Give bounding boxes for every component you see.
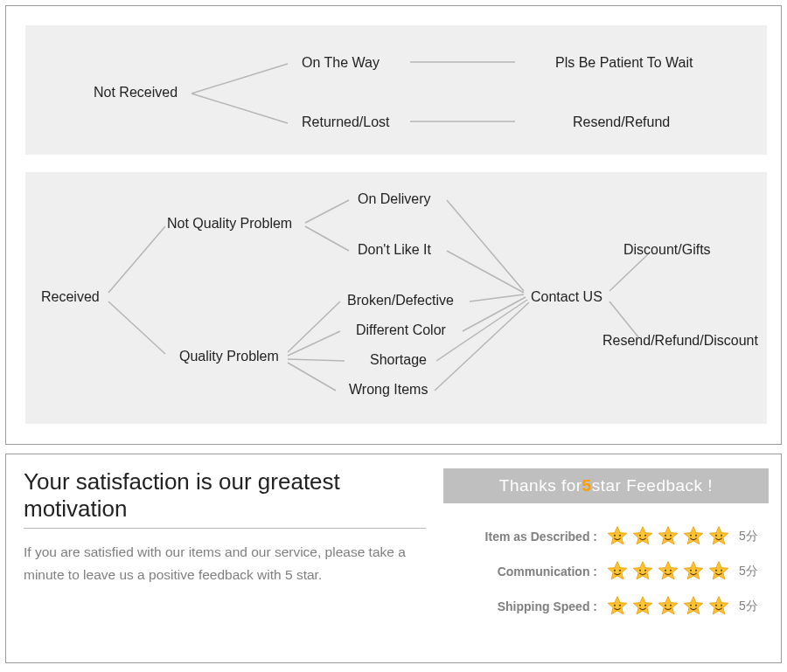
svg-point-25 bbox=[670, 535, 672, 537]
svg-line-0 bbox=[192, 64, 288, 94]
node-diff-color: Different Color bbox=[356, 322, 446, 338]
svg-point-40 bbox=[614, 605, 616, 606]
star-icon bbox=[606, 525, 629, 548]
node-on-delivery: On Delivery bbox=[358, 191, 431, 207]
feedback-right: Thanks for 5 star Feedback ! Item as Des… bbox=[443, 468, 769, 624]
svg-point-39 bbox=[721, 570, 722, 572]
star-icon bbox=[606, 560, 629, 583]
svg-line-14 bbox=[470, 294, 524, 301]
node-resend-refund: Resend/Refund bbox=[573, 114, 670, 130]
svg-line-17 bbox=[435, 302, 529, 391]
svg-line-5 bbox=[108, 301, 165, 354]
svg-line-6 bbox=[305, 200, 349, 223]
svg-point-37 bbox=[695, 570, 697, 572]
thanks-five: 5 bbox=[582, 476, 592, 495]
svg-point-34 bbox=[665, 570, 666, 572]
svg-line-18 bbox=[609, 254, 648, 291]
stars-communication bbox=[606, 560, 730, 583]
rating-score: 5分 bbox=[739, 599, 769, 614]
thanks-pre: Thanks for bbox=[499, 476, 582, 495]
star-icon bbox=[682, 525, 705, 548]
svg-point-32 bbox=[639, 570, 641, 572]
svg-point-43 bbox=[644, 605, 646, 606]
rating-label: Communication : bbox=[466, 565, 597, 578]
node-resend-refund-dc: Resend/Refund/Discount bbox=[602, 333, 758, 349]
svg-line-9 bbox=[288, 331, 340, 356]
svg-point-26 bbox=[690, 535, 692, 537]
svg-point-22 bbox=[639, 535, 641, 537]
svg-line-8 bbox=[288, 301, 340, 352]
node-not-quality: Not Quality Problem bbox=[167, 216, 292, 232]
svg-point-44 bbox=[665, 605, 666, 606]
rating-row-shipping: Shipping Speed : 5分 bbox=[443, 589, 769, 624]
star-icon bbox=[682, 595, 705, 618]
svg-point-20 bbox=[614, 535, 616, 537]
flow-received-box: Received Not Quality Problem Quality Pro… bbox=[25, 172, 767, 424]
stars-described bbox=[606, 525, 730, 548]
svg-point-36 bbox=[690, 570, 692, 572]
node-received: Received bbox=[41, 289, 100, 305]
svg-point-28 bbox=[715, 535, 717, 537]
node-shortage: Shortage bbox=[370, 352, 427, 368]
node-on-the-way: On The Way bbox=[302, 55, 380, 71]
svg-point-30 bbox=[614, 570, 616, 572]
rating-score: 5分 bbox=[739, 564, 769, 579]
svg-point-23 bbox=[644, 535, 646, 537]
star-icon bbox=[707, 595, 730, 618]
svg-line-16 bbox=[436, 300, 527, 361]
svg-point-45 bbox=[670, 605, 672, 606]
svg-point-41 bbox=[619, 605, 621, 606]
svg-point-24 bbox=[665, 535, 666, 537]
feedback-panel: Your satisfaction is our greatest motiva… bbox=[5, 454, 782, 663]
rating-row-communication: Communication : 5分 bbox=[443, 554, 769, 589]
star-icon bbox=[606, 595, 629, 618]
node-please-wait: Pls Be Patient To Wait bbox=[555, 55, 693, 71]
rating-label: Shipping Speed : bbox=[466, 599, 597, 613]
node-wrong-items: Wrong Items bbox=[349, 382, 428, 398]
svg-line-12 bbox=[447, 200, 524, 291]
thanks-banner: Thanks for 5 star Feedback ! bbox=[443, 468, 769, 503]
svg-point-38 bbox=[715, 570, 717, 572]
svg-line-10 bbox=[288, 359, 345, 361]
svg-point-48 bbox=[715, 605, 717, 606]
svg-point-47 bbox=[695, 605, 697, 606]
feedback-body: If you are satisfied with our items and … bbox=[24, 541, 426, 587]
node-contact-us: Contact US bbox=[531, 289, 602, 305]
svg-point-33 bbox=[644, 570, 646, 572]
rating-row-described: Item as Described : 5分 bbox=[443, 519, 769, 554]
node-broken: Broken/Defective bbox=[347, 293, 454, 308]
svg-point-46 bbox=[690, 605, 692, 606]
svg-point-42 bbox=[639, 605, 641, 606]
ratings-block: Item as Described : 5分 Communication : bbox=[443, 519, 769, 624]
star-icon bbox=[631, 560, 654, 583]
flowchart-panel: Not Received On The Way Returned/Lost Pl… bbox=[5, 5, 782, 445]
star-icon bbox=[631, 595, 654, 618]
svg-line-1 bbox=[192, 94, 288, 123]
svg-point-21 bbox=[619, 535, 621, 537]
node-discount-gifts: Discount/Gifts bbox=[623, 242, 711, 258]
feedback-left: Your satisfaction is our greatest motiva… bbox=[24, 468, 426, 587]
svg-point-49 bbox=[721, 605, 722, 606]
svg-point-27 bbox=[695, 535, 697, 537]
star-icon bbox=[707, 560, 730, 583]
svg-point-29 bbox=[721, 535, 722, 537]
svg-line-13 bbox=[447, 251, 524, 293]
star-icon bbox=[657, 560, 679, 583]
star-icon bbox=[657, 595, 679, 618]
svg-point-35 bbox=[670, 570, 672, 572]
node-quality: Quality Problem bbox=[179, 349, 279, 364]
svg-line-4 bbox=[108, 226, 165, 293]
svg-point-31 bbox=[619, 570, 621, 572]
stars-shipping bbox=[606, 595, 730, 618]
rating-label: Item as Described : bbox=[466, 530, 597, 544]
svg-line-11 bbox=[288, 363, 336, 391]
star-icon bbox=[682, 560, 705, 583]
svg-line-7 bbox=[305, 226, 349, 251]
node-not-received: Not Received bbox=[94, 85, 178, 100]
feedback-title: Your satisfaction is our greatest motiva… bbox=[24, 468, 426, 529]
thanks-post: star Feedback ! bbox=[592, 476, 713, 495]
star-icon bbox=[631, 525, 654, 548]
node-dont-like: Don't Like It bbox=[358, 242, 431, 258]
rating-score: 5分 bbox=[739, 529, 769, 544]
star-icon bbox=[657, 525, 679, 548]
